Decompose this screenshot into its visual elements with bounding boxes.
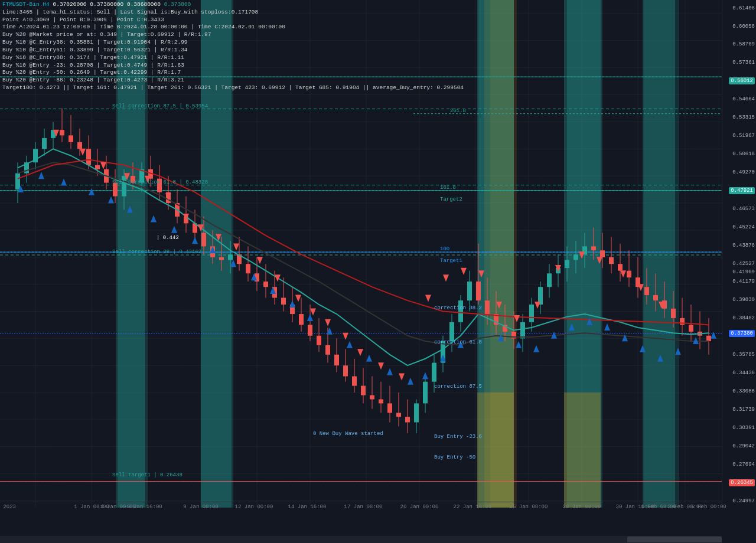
time-label: 22 Jan 16:00 [454, 504, 492, 510]
time-label: 12 Jan 00:00 [235, 504, 273, 510]
line12: Target100: 0.4273 || Target 161: 0.47921… [2, 84, 464, 92]
time-label: 9 Jan 08:00 [183, 504, 218, 510]
price-level-026345: 0.26345 [729, 480, 755, 486]
line4: Time A:2024.01.23 12:00:00 | Time B:2024… [2, 24, 464, 31]
price-level-030391: 0.30391 [732, 425, 755, 431]
info-panel: FTMUSDT-Bin.H4 0.37020000 0.37380000 0.3… [2, 1, 464, 92]
symbol-line: FTMUSDT-Bin.H4 0.37020000 0.37380000 0.3… [2, 1, 464, 9]
price-display: 0.37020000 0.37380000 0.38680000 0.37380… [53, 1, 191, 8]
line11: Buy %20 @Entry -88: 0.23248 | Target:0.4… [2, 77, 464, 84]
time-label: 17 Jan 08:00 [344, 504, 383, 510]
price-level-051967: 0.51967 [732, 133, 755, 139]
price-level-049270: 0.49270 [732, 169, 755, 175]
horizontal-scrollbar[interactable] [0, 536, 722, 543]
price-level-035785: 0.35785 [732, 352, 755, 358]
time-label: 2 Dec 2023 [0, 504, 16, 510]
price-level-039830: 0.39830 [732, 297, 755, 303]
price-level-029042: 0.29042 [732, 443, 755, 449]
price-level-046573: 0.46573 [732, 206, 755, 212]
price-level-041179: 0.41179 [732, 279, 755, 284]
line6: Buy %10 @C_Entry38: 0.35881 | Target:0.9… [2, 39, 464, 47]
price-level-056012: 0.56012 [729, 78, 755, 84]
time-label: 14 Jan 16:00 [288, 504, 327, 510]
price-level-053315: 0.53315 [732, 115, 755, 120]
price-level-054664: 0.54664 [732, 96, 755, 102]
price-level-038482: 0.38482 [732, 315, 755, 321]
line7: Buy %10 @C_Entry61: 0.33899 | Target:0.5… [2, 47, 464, 54]
chart-container: MARKETZ TRADE FTMUSDT-Bin.H4 0.37020000 … [0, 0, 756, 543]
line9: Buy %10 @Entry -23: 0.28708 | Target:0.4… [2, 62, 464, 70]
price-level-034436: 0.34436 [732, 370, 755, 376]
time-label: 25 Jan 08:00 [510, 504, 548, 510]
price-level-045224: 0.45224 [732, 224, 755, 230]
time-label: 5 Feb 00:00 [691, 504, 726, 510]
price-level-060058: 0.60058 [732, 24, 755, 30]
price-scale: 0.614060.600580.587090.573610.560120.546… [722, 0, 756, 508]
line10: Buy %20 @Entry -50: 0.2649 | Target:0.42… [2, 69, 464, 77]
price-level-033088: 0.33088 [732, 388, 755, 394]
line8: Buy %10 @C_Entry88: 0.3174 | Target:0.47… [2, 54, 464, 62]
line3: Point A:0.3069 | Point B:0.3909 | Point … [2, 17, 464, 24]
time-label: 6 Jan 16:00 [127, 504, 162, 510]
price-level-042527: 0.42527 [732, 261, 755, 267]
time-label: 28 Jan 00:00 [563, 504, 601, 510]
price-level-043876: 0.43876 [732, 243, 755, 248]
price-level-047921: 0.47921 [729, 188, 755, 194]
price-level-057361: 0.57361 [732, 60, 755, 66]
scrollbar-thumb[interactable] [627, 537, 722, 542]
price-level-050618: 0.50618 [732, 151, 755, 157]
price-level-027694: 0.27694 [732, 462, 755, 467]
line2: Line:3465 | tema_h1_status: Sell | Last … [2, 9, 464, 17]
symbol: FTMUSDT-Bin.H4 [2, 1, 50, 8]
price-level-024997: 0.24997 [732, 498, 755, 504]
time-axis: 2 Dec 20231 Jan 08:004 Jan 00:006 Jan 16… [0, 502, 722, 513]
time-label: 20 Jan 00:00 [400, 504, 439, 510]
price-level-031739: 0.31739 [732, 407, 755, 413]
price-level-058709: 0.58709 [732, 41, 755, 47]
price-level-061406: 0.61406 [732, 5, 755, 11]
line5: Buy %20 @Market price or at: 0.349 | Tar… [2, 31, 464, 39]
price-level-041909: 0.41909 [732, 269, 755, 275]
price-level-037380: 0.37380 [729, 331, 755, 336]
